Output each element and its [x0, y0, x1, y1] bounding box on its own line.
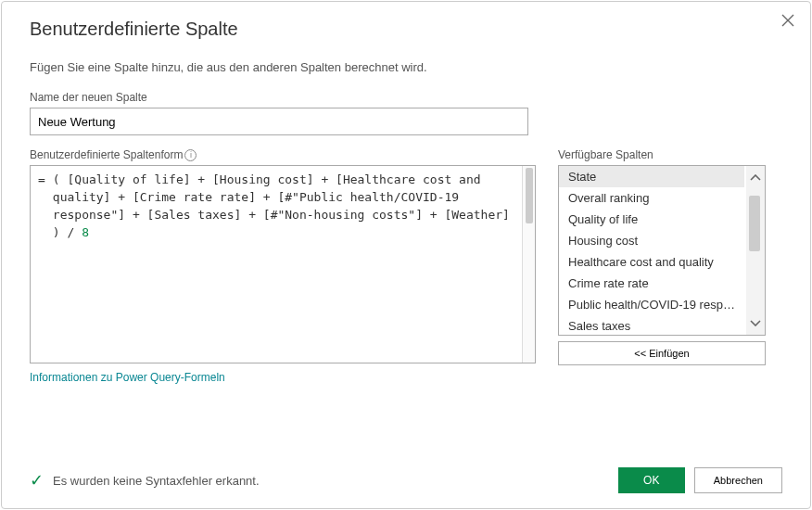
close-icon: [781, 14, 794, 27]
scroll-track[interactable]: [746, 190, 765, 311]
info-icon[interactable]: i: [184, 149, 197, 161]
list-item[interactable]: Overall ranking: [559, 187, 744, 209]
formula-label: Benutzerdefinierte Spaltenform: [30, 148, 183, 161]
formula-equals: =: [31, 166, 47, 363]
status-bar: ✓ Es wurden keine Syntaxfehler erkannt.: [30, 470, 260, 491]
list-item[interactable]: Housing cost: [559, 230, 744, 251]
chevron-up-icon: [750, 174, 761, 182]
powerquery-help-link[interactable]: Informationen zu Power Query-Formeln: [30, 371, 225, 384]
insert-label: Einfügen: [649, 348, 689, 359]
scrollbar-thumb[interactable]: [526, 168, 533, 223]
scroll-up-button[interactable]: [746, 166, 765, 190]
insert-prefix: <<: [634, 348, 646, 359]
list-item[interactable]: Public health/COVID-19 respo...: [559, 294, 744, 315]
ok-button[interactable]: OK: [618, 467, 685, 493]
dialog-subtitle: Fügen Sie eine Spalte hinzu, die aus den…: [30, 60, 782, 74]
list-scrollbar[interactable]: [746, 166, 765, 335]
custom-column-dialog: Benutzerdefinierte Spalte Fügen Sie eine…: [1, 1, 811, 509]
available-columns-label: Verfügbare Spalten: [558, 148, 766, 161]
check-icon: ✓: [30, 470, 44, 491]
list-item[interactable]: Healthcare cost and quality: [559, 251, 744, 273]
formula-content[interactable]: ( [Quality of life] + [Housing cost] + […: [47, 166, 522, 363]
scroll-down-button[interactable]: [746, 311, 765, 335]
formula-scrollbar[interactable]: [522, 166, 535, 363]
list-item[interactable]: Sales taxes: [559, 315, 744, 335]
dialog-title: Benutzerdefinierte Spalte: [30, 19, 782, 40]
close-button[interactable]: [779, 11, 797, 30]
new-column-name-input[interactable]: [30, 108, 528, 135]
formula-editor[interactable]: = ( [Quality of life] + [Housing cost] +…: [30, 165, 536, 363]
available-columns-list[interactable]: State Overall ranking Quality of life Ho…: [558, 165, 766, 336]
cancel-button[interactable]: Abbrechen: [694, 467, 782, 493]
status-text: Es wurden keine Syntaxfehler erkannt.: [53, 474, 260, 488]
chevron-down-icon: [750, 319, 761, 326]
list-item[interactable]: Quality of life: [559, 209, 744, 230]
new-column-label: Name der neuen Spalte: [30, 91, 782, 104]
list-item[interactable]: Crime rate rate: [559, 273, 744, 294]
insert-button[interactable]: << Einfügen: [558, 341, 766, 365]
list-item[interactable]: State: [559, 166, 744, 187]
scrollbar-thumb[interactable]: [749, 196, 760, 251]
